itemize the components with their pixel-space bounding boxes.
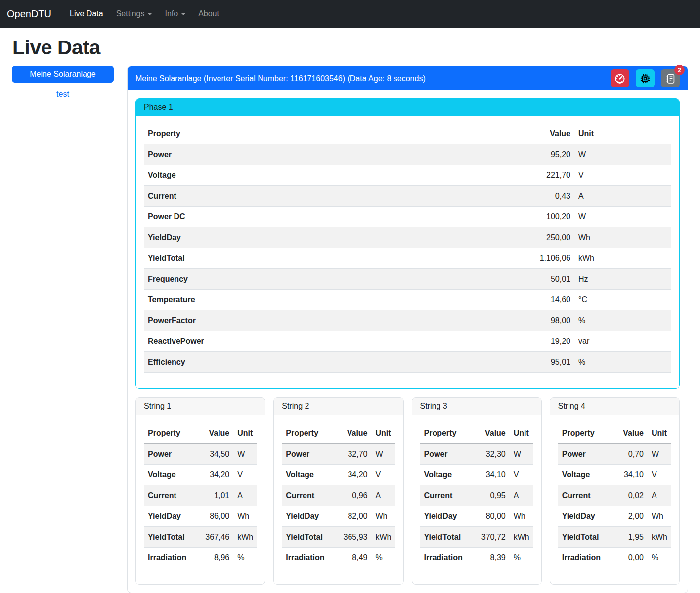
inverter-link-test[interactable]: test [12, 90, 114, 99]
table-row: Current0,95A [420, 485, 533, 506]
phase-card: Phase 1 Property Value Unit [135, 98, 680, 389]
device-info-button[interactable] [636, 69, 655, 87]
property-cell: ReactivePower [144, 331, 530, 352]
column-header-property: Property [420, 423, 468, 444]
unit-cell: V [233, 465, 257, 485]
table-row: YieldDay250,00Wh [144, 227, 671, 248]
event-log-button[interactable]: 2 [661, 69, 680, 87]
property-cell: Irradiation [420, 548, 468, 568]
table-row: Irradiation8,39% [420, 548, 533, 568]
table-row: YieldTotal365,93kWh [282, 527, 395, 548]
unit-cell: A [233, 485, 257, 506]
string-card-body: PropertyValueUnit Power34,50WVoltage34,2… [136, 415, 265, 584]
column-header-property: Property [282, 423, 330, 444]
property-cell: Temperature [144, 290, 530, 310]
limit-settings-button[interactable] [611, 69, 629, 87]
table-row: Power32,30W [420, 444, 533, 465]
page-container: Live Data Meine Solaranlage test Meine S… [0, 36, 700, 593]
property-cell: YieldTotal [144, 527, 192, 548]
unit-cell: W [233, 444, 257, 465]
phase-card-title: Phase 1 [136, 99, 679, 116]
value-cell: 8,49 [330, 548, 372, 568]
property-cell: Frequency [144, 269, 530, 290]
table-row: ReactivePower19,20var [144, 331, 671, 352]
string-card-body: PropertyValueUnit Power32,30WVoltage34,1… [412, 415, 541, 584]
table-row: Irradiation8,96% [144, 548, 257, 568]
brand-logo[interactable]: OpenDTU [7, 8, 51, 20]
column-header-property: Property [144, 124, 530, 144]
nav-item-settings[interactable]: Settings [110, 5, 159, 22]
string-card: String 3 PropertyValueUnit Power32,30WVo… [412, 397, 542, 585]
unit-cell: % [233, 548, 257, 568]
property-cell: Current [558, 485, 606, 506]
string-table-head: PropertyValueUnit [558, 423, 671, 444]
unit-cell: A [372, 485, 395, 506]
value-cell: 0,02 [606, 485, 648, 506]
property-cell: Current [144, 485, 192, 506]
table-row: Power95,20W [144, 144, 671, 165]
column-header-value: Value [530, 124, 574, 144]
unit-cell: Wh [372, 506, 395, 527]
value-cell: 370,72 [468, 527, 510, 548]
table-row: Current0,02A [558, 485, 671, 506]
value-cell: 32,70 [330, 444, 372, 465]
inverter-panel: Meine Solaranlage (Inverter Serial Numbe… [127, 66, 688, 593]
string-table: PropertyValueUnit Power34,50WVoltage34,2… [144, 423, 257, 568]
property-cell: Efficiency [144, 352, 530, 373]
table-row: Voltage221,70V [144, 165, 671, 186]
unit-cell: Hz [574, 269, 671, 290]
nav-item-about[interactable]: About [192, 5, 225, 22]
table-header-row: Property Value Unit [144, 124, 671, 144]
table-row: YieldTotal1.106,06kWh [144, 248, 671, 269]
nav-item-label: Info [165, 9, 178, 18]
unit-cell: V [372, 465, 395, 485]
table-row: Frequency50,01Hz [144, 269, 671, 290]
nav-item-info[interactable]: Info [158, 5, 192, 22]
table-row: YieldDay82,00Wh [282, 506, 395, 527]
unit-cell: W [648, 444, 671, 465]
string-cards: String 1 PropertyValueUnit Power34,50WVo… [135, 397, 680, 585]
inverter-panel-header: Meine Solaranlage (Inverter Serial Numbe… [128, 66, 688, 90]
table-row: YieldTotal1,95kWh [558, 527, 671, 548]
unit-cell: % [372, 548, 395, 568]
property-cell: Irradiation [144, 548, 192, 568]
property-cell: Current [420, 485, 468, 506]
inverter-panel-title: Meine Solaranlage (Inverter Serial Numbe… [135, 74, 426, 83]
column-header-value: Value [330, 423, 372, 444]
property-cell: YieldDay [558, 506, 606, 527]
nav-item-live-data[interactable]: Live Data [63, 5, 110, 22]
unit-cell: kWh [372, 527, 395, 548]
unit-cell: A [510, 485, 533, 506]
table-row: Voltage34,10V [558, 465, 671, 485]
table-row: Irradiation0,00% [558, 548, 671, 568]
string-table-body: Power0,70WVoltage34,10VCurrent0,02AYield… [558, 444, 671, 568]
property-cell: YieldTotal [558, 527, 606, 548]
table-row: Current1,01A [144, 485, 257, 506]
unit-cell: var [574, 331, 671, 352]
string-table-head: PropertyValueUnit [420, 423, 533, 444]
cpu-icon [640, 73, 651, 84]
table-row: Power34,50W [144, 444, 257, 465]
inverter-select-button[interactable]: Meine Solaranlage [12, 66, 114, 83]
unit-cell: °C [574, 290, 671, 310]
value-cell: 0,96 [330, 485, 372, 506]
value-cell: 34,20 [330, 465, 372, 485]
property-cell: Voltage [144, 165, 530, 186]
value-cell: 34,20 [192, 465, 233, 485]
column-header-unit: Unit [574, 124, 671, 144]
value-cell: 0,70 [606, 444, 648, 465]
inverter-sidebar: Meine Solaranlage test [12, 66, 114, 99]
string-card: String 4 PropertyValueUnit Power0,70WVol… [550, 397, 680, 585]
table-row: Power0,70W [558, 444, 671, 465]
string-card-title: String 3 [412, 398, 541, 415]
string-card-title: String 2 [274, 398, 403, 415]
value-cell: 34,10 [468, 465, 510, 485]
unit-cell: Wh [233, 506, 257, 527]
unit-cell: Wh [648, 506, 671, 527]
string-table: PropertyValueUnit Power0,70WVoltage34,10… [558, 423, 671, 568]
nav-item-label: Live Data [70, 9, 103, 18]
nav-item-label: About [198, 9, 219, 18]
string-table-body: Power32,30WVoltage34,10VCurrent0,95AYiel… [420, 444, 533, 568]
column-header-value: Value [192, 423, 233, 444]
speedometer-icon [614, 73, 625, 84]
